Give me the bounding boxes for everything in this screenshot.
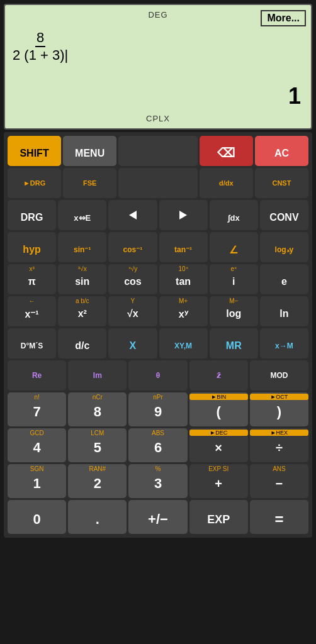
menu-button[interactable]: MENU <box>63 136 116 166</box>
btn-rparen[interactable]: ►OCT ) <box>250 392 308 426</box>
xM-button[interactable]: x→M <box>260 328 308 358</box>
XYM-label: XY,M <box>174 341 192 350</box>
conv-button[interactable]: CONV <box>260 200 308 230</box>
btn-div[interactable]: ►HEX ÷ <box>250 428 308 462</box>
btn-8[interactable]: nCr 8 <box>68 392 127 426</box>
dc-button[interactable]: d/c <box>58 328 106 358</box>
btn-2[interactable]: RAN# 2 <box>68 464 127 498</box>
label-minus: − <box>276 477 283 491</box>
xinv-button[interactable]: ← x⁻¹ <box>8 296 56 326</box>
btn-1[interactable]: SGN 1 <box>8 464 66 498</box>
intdx-label: ∫dx <box>228 213 240 223</box>
zbar-label: z̄ <box>217 371 221 380</box>
label-plus: + <box>215 477 222 491</box>
left-arrow-button[interactable] <box>108 200 157 230</box>
logxy-button[interactable]: logₓy <box>260 232 308 262</box>
zbar-btn[interactable]: z̄ <box>189 360 248 391</box>
btn-0[interactable]: 0 <box>8 500 66 534</box>
empty-mid-btn <box>118 168 198 198</box>
larrow-top-label: ← <box>8 297 56 304</box>
ddx-button[interactable]: d/dx <box>200 168 253 198</box>
i-button[interactable]: eˣ i <box>210 264 258 294</box>
logxy-label: logₓy <box>275 245 294 254</box>
btn-plusminus[interactable]: +/− <box>128 500 187 534</box>
btn-7[interactable]: n! 7 <box>8 392 66 426</box>
drg-button[interactable]: DRG <box>8 200 56 230</box>
tan-button[interactable]: 10ˣ tan <box>159 264 208 294</box>
row-trig: x³ π ³√x sin ˣ√y cos 10ˣ tan eˣ i e <box>8 264 308 294</box>
sqrt-button[interactable]: Y √x <box>108 296 157 326</box>
sin-inv-button[interactable]: sin⁻¹ <box>58 232 106 262</box>
btn-9[interactable]: nPr 9 <box>128 392 187 426</box>
nfact-top: n! <box>8 394 66 401</box>
angle-button[interactable]: ∠ <box>210 232 258 262</box>
sin-label: sin <box>75 276 89 287</box>
hyp-label: hyp <box>23 244 40 255</box>
Re-btn[interactable]: Re <box>8 360 66 391</box>
label-8: 8 <box>94 404 101 420</box>
XYM-button[interactable]: XY,M <box>159 328 208 358</box>
result-display: 1 <box>288 83 301 109</box>
fse-button[interactable]: FSE <box>63 168 116 198</box>
i-label: i <box>232 276 235 287</box>
btn-dot[interactable]: . <box>68 500 127 534</box>
cos-label: cos <box>124 276 142 287</box>
dc-label: d/c <box>75 340 89 352</box>
cnst-button[interactable]: CNST <box>255 168 308 198</box>
sgn-top: SGN <box>8 465 66 472</box>
X-button[interactable]: X <box>108 328 157 358</box>
sin-button[interactable]: ³√x sin <box>58 264 106 294</box>
more-button[interactable]: More... <box>261 10 306 26</box>
pi-button[interactable]: x³ π <box>8 264 56 294</box>
ncr-top: nCr <box>68 394 127 401</box>
xy-label: xʸ <box>179 308 188 320</box>
row-complex-labels: Re Im θ z̄ MOD <box>8 360 308 391</box>
menu-label: MENU <box>75 148 104 159</box>
ac-button[interactable]: AC <box>255 136 308 166</box>
hyp-button[interactable]: hyp <box>8 232 56 262</box>
backspace-icon: ⌫ <box>217 145 235 160</box>
x3-top-label: x³ <box>8 265 56 272</box>
right-arrow-button[interactable] <box>159 200 208 230</box>
e-button[interactable]: e <box>260 264 308 294</box>
btn-equals[interactable]: = <box>250 500 308 534</box>
btn-5[interactable]: LCM 5 <box>68 428 127 462</box>
btn-exp[interactable]: EXP <box>189 500 248 534</box>
Im-btn[interactable]: Im <box>68 360 127 391</box>
label-3: 3 <box>154 475 162 492</box>
btn-mult[interactable]: ►DEC × <box>189 428 248 462</box>
tan-inv-button[interactable]: tan⁻¹ <box>159 232 208 262</box>
row-shift-menu: SHIFT MENU ⌫ AC <box>8 136 308 166</box>
backspace-button[interactable]: ⌫ <box>200 136 253 166</box>
btn-3[interactable]: % 3 <box>128 464 187 498</box>
MOD-btn[interactable]: MOD <box>250 360 308 391</box>
xe-button[interactable]: x⇔E <box>58 200 106 230</box>
btn-lparen[interactable]: ►BIN ( <box>189 392 248 426</box>
btn-4[interactable]: GCD 4 <box>8 428 66 462</box>
btn-6[interactable]: ABS 6 <box>128 428 187 462</box>
cos-button[interactable]: ˣ√y cos <box>108 264 157 294</box>
row-456: GCD 4 LCM 5 ABS 6 ►DEC × ►HEX ÷ <box>8 428 308 462</box>
x2-button[interactable]: a b/c x² <box>58 296 106 326</box>
ln-button[interactable]: ln <box>260 296 308 326</box>
shift-button[interactable]: SHIFT <box>8 136 61 166</box>
drg-top-button[interactable]: ►DRG <box>8 168 61 198</box>
label-equals: = <box>274 511 283 528</box>
log-button[interactable]: M− log <box>210 296 258 326</box>
label-6: 6 <box>154 440 162 456</box>
ran-top: RAN# <box>68 465 127 472</box>
MR-button[interactable]: MR <box>210 328 258 358</box>
MR-label: MR <box>226 340 242 352</box>
btn-minus[interactable]: ANS − <box>250 464 308 498</box>
intdx-button[interactable]: ∫dx <box>210 200 258 230</box>
theta-label: θ <box>156 371 161 380</box>
xy-button[interactable]: M+ xʸ <box>159 296 208 326</box>
label-7: 7 <box>33 404 40 420</box>
angle-label: ∠ <box>229 244 238 256</box>
cos-inv-button[interactable]: cos⁻¹ <box>108 232 157 262</box>
Y-top-label: Y <box>108 297 157 304</box>
theta-btn[interactable]: θ <box>128 360 187 391</box>
dms-button[interactable]: D°M´S <box>8 328 56 358</box>
ac-label: AC <box>274 148 289 159</box>
btn-plus[interactable]: EXP SI + <box>189 464 248 498</box>
